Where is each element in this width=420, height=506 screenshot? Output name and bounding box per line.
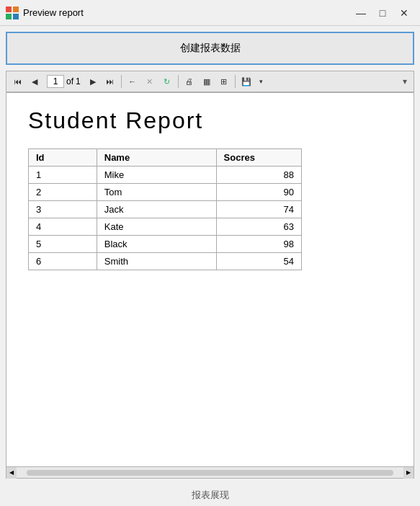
report-toolbar: ⏮ ◀ of 1 ▶ ⏭ ← ✕ ↻ 🖨 ▦ ⊞ 💾 ▾ ▾: [6, 71, 414, 92]
cell-name: Kate: [97, 218, 216, 236]
create-report-button[interactable]: 创建报表数据: [10, 36, 410, 61]
table-row: 5Black98: [29, 236, 302, 253]
table-header-row: Id Name Socres: [29, 149, 302, 167]
cell-id: 5: [29, 236, 97, 253]
cell-score: 63: [216, 218, 301, 236]
maximize-button[interactable]: □: [372, 5, 393, 21]
cell-score: 54: [216, 253, 301, 270]
footer-label: 报表展现: [192, 489, 229, 500]
separator-2: [178, 75, 179, 88]
total-pages-label: 1: [76, 76, 81, 86]
export-button[interactable]: 💾: [238, 74, 254, 89]
minimize-button[interactable]: —: [351, 5, 371, 21]
nav-button[interactable]: ⊞: [216, 74, 232, 89]
col-header-scores: Socres: [216, 149, 301, 167]
refresh-button[interactable]: ↻: [159, 74, 175, 89]
page-info: of 1: [44, 75, 84, 88]
window-title: Preview report: [23, 7, 84, 18]
horizontal-scrollbar[interactable]: ◀ ▶: [6, 467, 414, 479]
last-page-button[interactable]: ⏭: [102, 74, 118, 89]
col-header-name: Name: [97, 149, 216, 167]
cell-id: 2: [29, 184, 97, 201]
create-button-area: 创建报表数据: [6, 32, 414, 65]
next-page-button[interactable]: ▶: [85, 74, 101, 89]
svg-rect-1: [13, 6, 19, 12]
report-title: Student Report: [28, 107, 392, 134]
table-row: 6Smith54: [29, 253, 302, 270]
cell-id: 6: [29, 253, 97, 270]
title-bar: Preview report — □ ✕: [0, 0, 420, 26]
prev-page-button[interactable]: ◀: [27, 74, 43, 89]
title-bar-left: Preview report: [6, 6, 84, 19]
preview-area: Student Report Id Name Socres 1Mike882To…: [6, 92, 414, 467]
svg-rect-2: [6, 14, 12, 19]
layout-button[interactable]: ▦: [199, 74, 215, 89]
scroll-left-button[interactable]: ◀: [6, 467, 17, 479]
separator-1: [121, 75, 122, 88]
cell-name: Smith: [97, 253, 216, 270]
footer: 报表展现: [0, 484, 420, 506]
page-of-label: of: [66, 76, 73, 86]
window-controls: — □ ✕: [351, 5, 414, 21]
page-number-input[interactable]: [47, 75, 64, 88]
toolbar-overflow-button[interactable]: ▾: [399, 74, 411, 89]
cell-score: 98: [216, 236, 301, 253]
cell-name: Jack: [97, 201, 216, 218]
col-header-id: Id: [29, 149, 97, 167]
report-table: Id Name Socres 1Mike882Tom903Jack744Kate…: [28, 148, 302, 270]
close-button[interactable]: ✕: [394, 5, 414, 21]
cell-score: 88: [216, 167, 301, 184]
cell-name: Mike: [97, 167, 216, 184]
back-button[interactable]: ←: [125, 74, 140, 89]
table-row: 3Jack74: [29, 201, 302, 218]
svg-rect-3: [13, 14, 19, 19]
scroll-right-button[interactable]: ▶: [403, 467, 414, 479]
print-button[interactable]: 🖨: [182, 74, 197, 89]
table-row: 2Tom90: [29, 184, 302, 201]
stop-button[interactable]: ✕: [142, 74, 158, 89]
scrollbar-track: [27, 470, 393, 476]
cell-id: 3: [29, 201, 97, 218]
svg-rect-0: [6, 6, 12, 12]
cell-score: 74: [216, 201, 301, 218]
table-row: 1Mike88: [29, 167, 302, 184]
app-icon: [6, 6, 19, 19]
cell-score: 90: [216, 184, 301, 201]
export-dropdown-button[interactable]: ▾: [256, 74, 267, 89]
cell-id: 1: [29, 167, 97, 184]
cell-id: 4: [29, 218, 97, 236]
main-container: 创建报表数据 ⏮ ◀ of 1 ▶ ⏭ ← ✕ ↻ 🖨 ▦ ⊞ 💾 ▾ ▾ St…: [0, 26, 420, 484]
separator-3: [235, 75, 236, 88]
cell-name: Tom: [97, 184, 216, 201]
table-row: 4Kate63: [29, 218, 302, 236]
first-page-button[interactable]: ⏮: [9, 74, 25, 89]
cell-name: Black: [97, 236, 216, 253]
